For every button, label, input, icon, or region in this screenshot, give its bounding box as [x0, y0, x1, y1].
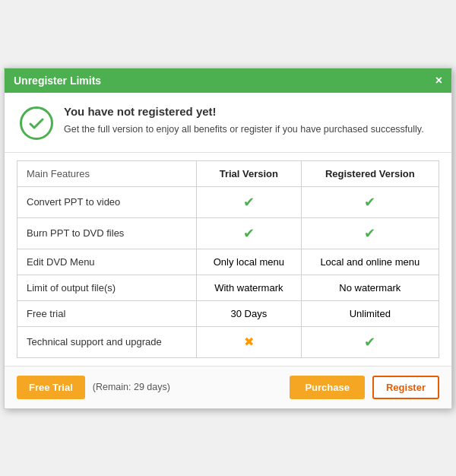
trial-value: 30 Days: [197, 300, 302, 326]
check-icon: ✔: [364, 195, 375, 210]
trial-value: ✖: [197, 326, 302, 357]
check-icon: ✔: [243, 195, 255, 210]
trial-value: ✔: [197, 186, 302, 217]
table-section: Main Features Trial Version Registered V…: [5, 153, 451, 366]
header-section: You have not registered yet! Get the ful…: [5, 93, 451, 153]
registered-value: No watermark: [301, 274, 439, 300]
registered-value: Unlimited: [301, 300, 439, 326]
features-table: Main Features Trial Version Registered V…: [17, 160, 439, 358]
feature-label: Convert PPT to video: [17, 186, 197, 217]
registered-value: ✔: [301, 186, 439, 217]
table-row: Limit of output file(s) With watermark N…: [17, 274, 439, 300]
trial-value: With watermark: [197, 274, 302, 300]
footer: Free Trial (Remain: 29 days) Purchase Re…: [5, 366, 451, 408]
title-bar: Unregister Limits ×: [5, 68, 451, 93]
remain-text: (Remain: 29 days): [93, 382, 283, 392]
table-row: Technical support and upgrade ✖ ✔: [17, 326, 439, 357]
feature-label: Limit of output file(s): [17, 274, 197, 300]
close-button[interactable]: ×: [435, 75, 442, 87]
table-row: Burn PPT to DVD files ✔ ✔: [17, 217, 439, 249]
col-header-trial: Trial Version: [197, 160, 302, 186]
check-icon: ✔: [243, 226, 255, 241]
header-description: Get the full version to enjoy all benefi…: [64, 122, 424, 137]
register-button[interactable]: Register: [372, 376, 439, 399]
header-text: You have not registered yet! Get the ful…: [64, 105, 424, 137]
check-icon: ✔: [364, 226, 375, 241]
header-heading: You have not registered yet!: [64, 105, 424, 118]
table-row: Convert PPT to video ✔ ✔: [17, 186, 439, 217]
table-row: Edit DVD Menu Only local menu Local and …: [17, 249, 439, 274]
check-icon: ✔: [364, 335, 375, 350]
check-circle-icon: [20, 106, 53, 140]
free-trial-button[interactable]: Free Trial: [17, 376, 85, 399]
registered-value: Local and online menu: [301, 249, 439, 274]
purchase-button[interactable]: Purchase: [290, 376, 365, 399]
registered-value: ✔: [301, 217, 439, 249]
trial-value: Only local menu: [197, 249, 302, 274]
col-header-registered: Registered Version: [301, 160, 439, 186]
feature-label: Technical support and upgrade: [17, 326, 197, 357]
dialog: Unregister Limits × You have not registe…: [4, 68, 452, 409]
feature-label: Burn PPT to DVD files: [17, 217, 197, 249]
feature-label: Edit DVD Menu: [17, 249, 197, 274]
feature-label: Free trial: [17, 300, 197, 326]
table-row: Free trial 30 Days Unlimited: [17, 300, 439, 326]
trial-value: ✔: [197, 217, 302, 249]
x-icon: ✖: [244, 335, 254, 348]
dialog-title: Unregister Limits: [14, 75, 101, 87]
registered-value: ✔: [301, 326, 439, 357]
col-header-features: Main Features: [17, 160, 197, 186]
